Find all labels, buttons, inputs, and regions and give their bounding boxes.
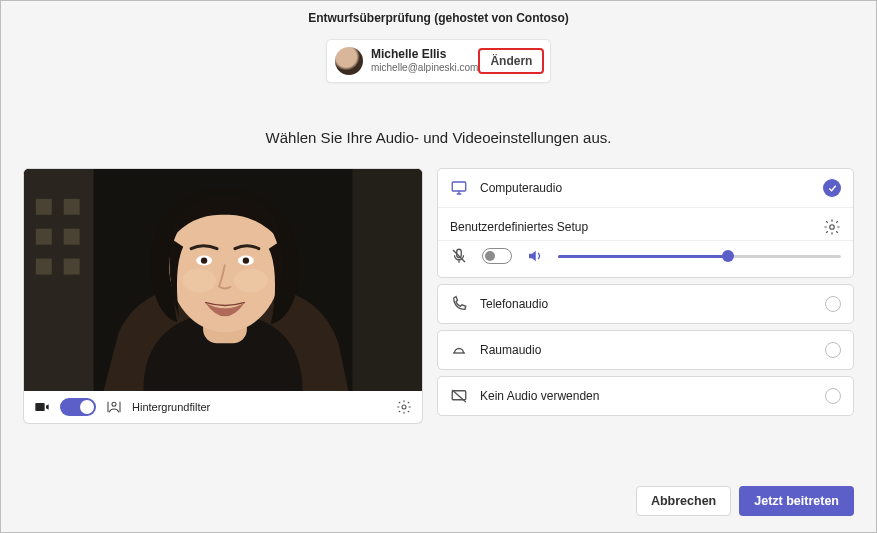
no-audio-card[interactable]: Kein Audio verwenden <box>437 376 854 416</box>
avatar <box>335 47 363 75</box>
svg-rect-5 <box>64 229 80 245</box>
meeting-title: Entwurfsüberprüfung (gehostet von Contos… <box>1 1 876 25</box>
gear-icon[interactable] <box>823 218 841 236</box>
svg-rect-1 <box>24 169 94 391</box>
video-camera-icon <box>34 399 50 415</box>
desktop-icon <box>450 179 468 197</box>
svg-rect-4 <box>36 229 52 245</box>
computer-audio-label: Computeraudio <box>480 181 562 195</box>
person-blur-icon <box>106 399 122 415</box>
phone-audio-card[interactable]: Telefonaudio <box>437 284 854 324</box>
svg-rect-2 <box>36 199 52 215</box>
room-audio-card[interactable]: Raumaudio <box>437 330 854 370</box>
mic-volume-row <box>438 240 853 277</box>
svg-point-11 <box>182 269 216 293</box>
screen-off-icon <box>450 387 468 405</box>
join-now-button[interactable]: Jetzt beitreten <box>739 486 854 516</box>
svg-point-16 <box>243 257 249 263</box>
svg-rect-7 <box>64 259 80 275</box>
no-audio-label: Kein Audio verwenden <box>480 389 599 403</box>
video-preview <box>23 168 423 391</box>
identity-email: michelle@alpineski.com <box>371 62 478 74</box>
identity-name: Michelle Ellis <box>371 48 478 62</box>
svg-point-17 <box>112 402 116 406</box>
mic-off-icon <box>450 247 468 265</box>
identity-text: Michelle Ellis michelle@alpineski.com <box>371 48 478 73</box>
identity-card: Michelle Ellis michelle@alpineski.com Än… <box>326 39 551 83</box>
checkmark-icon <box>823 179 841 197</box>
svg-rect-21 <box>452 182 466 191</box>
change-identity-button[interactable]: Ändern <box>478 48 544 74</box>
svg-point-22 <box>830 225 835 230</box>
camera-toggle[interactable] <box>60 398 96 416</box>
bg-filter-label[interactable]: Hintergrundfilter <box>132 401 210 413</box>
custom-setup-row: Benutzerdefiniertes Setup <box>438 207 853 240</box>
radio-unchecked-icon <box>825 296 841 312</box>
footer-actions: Abbrechen Jetzt beitreten <box>636 486 854 516</box>
cancel-button[interactable]: Abbrechen <box>636 486 731 516</box>
svg-rect-3 <box>64 199 80 215</box>
radio-unchecked-icon <box>825 342 841 358</box>
gear-icon[interactable] <box>396 399 412 415</box>
svg-point-20 <box>402 405 406 409</box>
video-toolbar: Hintergrundfilter <box>23 391 423 424</box>
radio-unchecked-icon <box>825 388 841 404</box>
computer-audio-option[interactable]: Computeraudio <box>438 169 853 207</box>
svg-rect-8 <box>352 169 422 391</box>
svg-point-14 <box>201 257 207 263</box>
settings-instruction: Wählen Sie Ihre Audio- und Videoeinstell… <box>1 129 876 146</box>
video-column: Hintergrundfilter <box>23 168 423 424</box>
svg-rect-6 <box>36 259 52 275</box>
mic-toggle[interactable] <box>482 248 512 264</box>
volume-slider[interactable] <box>558 255 841 258</box>
room-device-icon <box>450 341 468 359</box>
custom-setup-label: Benutzerdefiniertes Setup <box>450 220 588 234</box>
svg-point-12 <box>234 269 268 293</box>
phone-icon <box>450 295 468 313</box>
audio-column: Computeraudio Benutzerdefiniertes Setup <box>437 168 854 424</box>
room-audio-label: Raumaudio <box>480 343 541 357</box>
speaker-icon <box>526 247 544 265</box>
phone-audio-label: Telefonaudio <box>480 297 548 311</box>
computer-audio-card: Computeraudio Benutzerdefiniertes Setup <box>437 168 854 278</box>
